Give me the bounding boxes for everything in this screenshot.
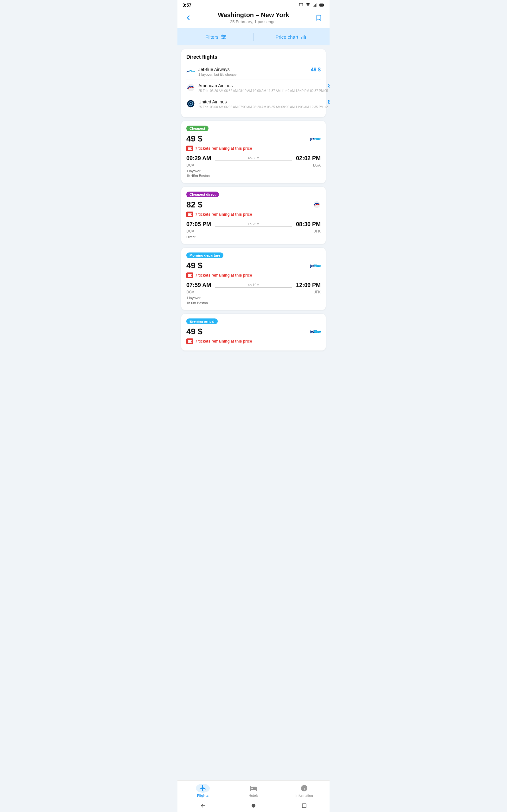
airline-times-united: 25 Feb 06:00 AM 06:02 AM 07:00 AM 08:20 … <box>199 105 328 109</box>
svg-rect-23 <box>302 804 306 808</box>
flight-card-morning[interactable]: Morning departure 49 $ jetBlue 7 tickets… <box>181 248 326 310</box>
layover-info-2: Direct <box>186 235 321 240</box>
header: Washington – New York 25 February, 1 pas… <box>177 9 330 28</box>
flight-airline-logo-4: jetBlue <box>310 329 321 334</box>
nav-item-information[interactable]: Information <box>279 782 330 799</box>
airline-row-american[interactable]: American Airlines 25 Feb 06:26 AM 06:32 … <box>186 80 321 96</box>
depart-time-1: 09:29 AM <box>186 155 211 162</box>
notification-icon <box>298 3 303 8</box>
flight-price-row-2: 82 $ <box>186 200 321 210</box>
airline-name-american: American Airlines <box>199 83 328 88</box>
nav-item-hotels[interactable]: Hotels <box>228 782 279 799</box>
flight-card-cheapest-direct[interactable]: Cheapest direct 82 $ 7 tickets remaining… <box>181 187 326 244</box>
airline-times-american: 25 Feb 06:26 AM 06:32 AM 08:10 AM 10:00 … <box>199 89 328 93</box>
duration-line-2: 1h 25m <box>211 222 296 227</box>
flight-airline-logo-1: jetBlue <box>310 137 321 141</box>
duration-line-1: 4h 33m <box>211 156 296 161</box>
arrive-time-1: 02:02 PM <box>296 155 321 162</box>
badge-morning: Morning departure <box>186 252 223 258</box>
svg-point-20 <box>190 103 192 105</box>
back-button[interactable] <box>182 12 194 23</box>
layover-detail-3: 1h 6m Boston <box>186 301 321 305</box>
depart-airport-3: DCA <box>186 290 194 294</box>
battery-icon <box>320 3 325 8</box>
ticket-icon-3 <box>186 272 193 278</box>
flight-airline-logo-3: jetBlue <box>310 264 321 268</box>
price-chart-button[interactable]: Price chart <box>257 32 326 42</box>
svg-rect-15 <box>304 35 304 39</box>
airline-price-united: 83 $ <box>328 99 330 105</box>
status-icons <box>298 3 325 8</box>
recents-system-button[interactable] <box>301 803 307 809</box>
nav-item-flights[interactable]: Flights <box>177 782 228 799</box>
airports-row-1: DCA LGA <box>186 163 321 167</box>
flight-price-row-3: 49 $ jetBlue <box>186 261 321 270</box>
system-nav <box>177 800 330 812</box>
flight-price-1: 49 $ <box>186 134 203 144</box>
status-bar: 3:57 <box>177 0 330 9</box>
badge-evening: Evening arrival <box>186 318 218 324</box>
home-system-button[interactable] <box>250 803 257 809</box>
duration-text-1: 4h 33m <box>248 156 260 160</box>
ticket-icon-4 <box>186 339 193 344</box>
information-icon <box>300 784 308 793</box>
badge-cheapest: Cheapest <box>186 125 209 131</box>
airline-row-united[interactable]: United Airlines 25 Feb 06:00 AM 06:02 AM… <box>186 96 321 112</box>
airports-row-3: DCA JFK <box>186 290 321 294</box>
arrive-airport-2: JFK <box>314 229 321 234</box>
airports-row-2: DCA JFK <box>186 229 321 234</box>
tickets-text-2: 7 tickets remaining at this price <box>195 212 252 217</box>
svg-rect-2 <box>314 5 315 7</box>
hotels-icon <box>249 784 258 793</box>
svg-rect-3 <box>315 4 316 7</box>
svg-rect-4 <box>316 3 317 7</box>
line-1 <box>215 160 292 161</box>
tickets-remaining-4: 7 tickets remaining at this price <box>186 339 321 344</box>
united-logo <box>186 99 195 108</box>
flight-price-row-1: 49 $ jetBlue <box>186 134 321 144</box>
signal-icon <box>313 3 318 8</box>
svg-point-10 <box>222 35 223 36</box>
svg-point-11 <box>224 37 225 38</box>
layover-detail-1: 1h 45m Boston <box>186 173 321 178</box>
layover-count-3: 1 layover <box>186 296 321 300</box>
flight-airline-logo-2 <box>313 201 321 208</box>
airline-note-jetblue: 1 layover, but it's cheaper <box>199 72 311 77</box>
layover-count-2: Direct <box>186 235 321 240</box>
tickets-remaining-2: 7 tickets remaining at this price <box>186 212 321 217</box>
filters-button[interactable]: Filters <box>181 32 251 42</box>
airline-info-jetblue: JetBlue Airways 1 layover, but it's chea… <box>199 67 311 77</box>
depart-time-3: 07:59 AM <box>186 282 211 289</box>
arrive-time-3: 12:09 PM <box>296 282 321 289</box>
bookmark-button[interactable] <box>313 12 325 23</box>
tickets-remaining-1: 7 tickets remaining at this price <box>186 146 321 151</box>
tickets-text-3: 7 tickets remaining at this price <box>195 273 252 277</box>
bottom-nav: Flights Hotels Information <box>177 780 330 812</box>
jetblue-logo: jetBlue <box>186 67 195 76</box>
airline-price-jetblue: 49 $ <box>311 67 321 72</box>
flight-times-row-3: 07:59 AM 4h 10m 12:09 PM <box>186 282 321 289</box>
svg-rect-6 <box>320 4 323 6</box>
main-content: Direct flights jetBlue JetBlue Airways 1… <box>177 45 330 376</box>
flight-card-cheapest[interactable]: Cheapest 49 $ jetBlue 7 tickets remainin… <box>181 121 326 183</box>
layover-info-3: 1 layover 1h 6m Boston <box>186 296 321 305</box>
ticket-icon-1 <box>186 146 193 151</box>
duration-text-3: 4h 10m <box>248 283 260 287</box>
american-logo <box>186 83 195 92</box>
duration-line-3: 4h 10m <box>211 283 296 288</box>
flights-icon-circle <box>196 784 210 793</box>
arrive-airport-1: LGA <box>313 163 321 167</box>
nav-label-flights: Flights <box>197 794 209 798</box>
airline-info-united: United Airlines 25 Feb 06:00 AM 06:02 AM… <box>199 99 328 109</box>
layover-count-1: 1 layover <box>186 169 321 173</box>
airline-row-jetblue[interactable]: jetBlue JetBlue Airways 1 layover, but i… <box>186 64 321 80</box>
svg-rect-13 <box>301 37 302 39</box>
flight-times-row-1: 09:29 AM 4h 33m 02:02 PM <box>186 155 321 162</box>
badge-cheapest-direct: Cheapest direct <box>186 192 219 197</box>
svg-rect-16 <box>305 37 306 39</box>
filters-label: Filters <box>205 34 218 40</box>
tickets-text-4: 7 tickets remaining at this price <box>195 339 252 344</box>
back-system-button[interactable] <box>200 803 206 809</box>
flight-card-evening[interactable]: Evening arrival 49 $ jetBlue 7 tickets r… <box>181 314 326 351</box>
arrive-time-2: 08:30 PM <box>296 221 321 228</box>
